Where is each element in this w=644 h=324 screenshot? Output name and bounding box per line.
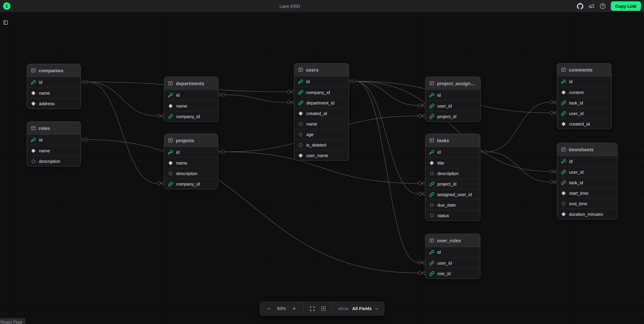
field-row-tasks-project_id[interactable]: project_id (426, 179, 480, 189)
field-row-project_assignments-id[interactable]: id (426, 90, 480, 100)
primary-key-icon (561, 159, 566, 164)
erd-canvas[interactable]: companiesidnameaddressrolesidnamedescrip… (0, 0, 644, 324)
field-name: age (306, 132, 314, 137)
megaphone-icon[interactable] (588, 3, 594, 9)
table-header[interactable]: user_roles (426, 234, 480, 247)
table-users[interactable]: usersidcompany_iddepartment_idcreated_at… (294, 63, 349, 161)
liam-logo-icon[interactable] (3, 2, 10, 10)
field-row-timesheets-end_time[interactable]: end_time (557, 198, 617, 209)
table-comments[interactable]: commentsidcontenttask_iduser_idcreated_a… (557, 63, 612, 129)
nullable-diamond-icon (298, 121, 303, 126)
sidebar-toggle-icon[interactable] (2, 19, 9, 26)
github-icon[interactable] (577, 3, 583, 9)
foreign-key-link-icon (298, 100, 303, 105)
zoom-out-button[interactable]: − (265, 305, 272, 312)
field-row-project_assignments-user_id[interactable]: user_id (426, 100, 480, 111)
table-header[interactable]: users (294, 63, 348, 76)
table-header[interactable]: departments (164, 77, 218, 90)
table-header[interactable]: tasks (426, 134, 480, 147)
tidy-up-grid-icon[interactable] (320, 305, 327, 312)
table-timesheets[interactable]: timesheetsiduser_idtask_idstart_timeend_… (557, 143, 618, 220)
field-row-users-company_id[interactable]: company_id (294, 87, 348, 97)
primary-key-icon (429, 150, 434, 155)
cardinality-many-marker-project_assignments.project_id (418, 114, 425, 118)
field-row-tasks-id[interactable]: id (426, 147, 480, 157)
field-row-users-name[interactable]: name (294, 118, 348, 129)
field-row-roles-description[interactable]: description (27, 156, 81, 166)
fields-filter-select[interactable]: All Fields (352, 306, 379, 311)
foreign-key-link-icon (561, 170, 566, 175)
field-row-projects-company_id[interactable]: company_id (164, 179, 218, 189)
table-roles[interactable]: rolesidnamedescription (27, 121, 81, 167)
field-row-comments-created_at[interactable]: created_at (557, 118, 611, 129)
field-row-companies-name[interactable]: name (27, 88, 81, 98)
field-row-companies-address[interactable]: address (27, 98, 81, 109)
nullable-diamond-icon (429, 171, 434, 176)
table-tasks[interactable]: tasksidtitledescriptionproject_idassigne… (425, 134, 480, 221)
field-row-tasks-due_date[interactable]: due_date (426, 200, 480, 210)
nullable-diamond-icon (168, 171, 173, 176)
field-row-projects-id[interactable]: id (164, 147, 218, 157)
table-icon (429, 238, 434, 243)
field-row-timesheets-start_time[interactable]: start_time (557, 188, 617, 198)
table-companies[interactable]: companiesidnameaddress (27, 64, 81, 109)
field-row-roles-id[interactable]: id (27, 135, 81, 145)
field-row-users-is_deleted[interactable]: is_deleted (294, 139, 348, 150)
field-row-timesheets-duration_minutes[interactable]: duration_minutes (557, 209, 617, 219)
field-row-tasks-status[interactable]: status (426, 210, 480, 221)
field-row-comments-task_id[interactable]: task_id (557, 97, 611, 108)
cardinality-many-marker-project_assignments.user_id (418, 103, 425, 108)
table-icon (561, 67, 566, 72)
field-row-roles-name[interactable]: name (27, 145, 81, 156)
field-row-timesheets-user_id[interactable]: user_id (557, 167, 617, 177)
foreign-key-link-icon (429, 192, 434, 197)
field-name: company_id (176, 181, 200, 187)
react-flow-attribution[interactable]: React Flow (0, 318, 26, 324)
field-row-user_roles-id[interactable]: id (426, 247, 480, 257)
fit-view-icon[interactable] (308, 305, 316, 312)
table-project_assignments[interactable]: project_assignmentsiduser_idproject_id (425, 77, 481, 122)
field-row-timesheets-task_id[interactable]: task_id (557, 177, 617, 188)
table-user_roles[interactable]: user_rolesiduser_idrole_id (425, 234, 480, 279)
edge-tasks.id-comments.task_id (480, 100, 557, 154)
field-row-comments-id[interactable]: id (557, 76, 611, 87)
field-row-users-department_id[interactable]: department_id (294, 97, 348, 108)
table-header[interactable]: companies (27, 64, 81, 77)
table-header[interactable]: projects (164, 134, 218, 147)
copy-link-button[interactable]: Copy Link (611, 1, 641, 11)
field-row-comments-content[interactable]: content (557, 87, 611, 97)
zoom-in-button[interactable]: + (290, 305, 298, 312)
cardinality-many-marker-users.department_id (287, 100, 294, 104)
field-row-tasks-title[interactable]: title (426, 157, 480, 168)
cardinality-one-marker-tasks.id (480, 150, 487, 154)
field-row-comments-user_id[interactable]: user_id (557, 108, 611, 118)
table-header[interactable]: roles (27, 122, 81, 135)
canvas-toolbar: − 93% + show All Fields (260, 302, 384, 315)
field-row-projects-name[interactable]: name (164, 157, 218, 168)
field-row-users-user_name[interactable]: user_name (294, 150, 348, 160)
field-row-users-created_at[interactable]: created_at (294, 108, 348, 118)
table-header[interactable]: comments (557, 63, 611, 76)
field-row-user_roles-role_id[interactable]: role_id (426, 268, 480, 278)
header-actions: Copy Link (577, 1, 641, 11)
field-row-user_roles-user_id[interactable]: user_id (426, 257, 480, 268)
foreign-key-link-icon (168, 181, 173, 187)
field-row-tasks-description[interactable]: description (426, 168, 480, 179)
field-row-users-age[interactable]: age (294, 129, 348, 139)
field-row-departments-company_id[interactable]: company_id (164, 111, 218, 121)
field-row-companies-id[interactable]: id (27, 77, 81, 88)
help-icon[interactable] (600, 3, 606, 9)
table-header[interactable]: project_assignments (426, 77, 480, 90)
field-row-project_assignments-project_id[interactable]: project_id (426, 111, 480, 121)
field-row-departments-id[interactable]: id (164, 90, 218, 100)
field-row-users-id[interactable]: id (294, 76, 348, 87)
field-row-tasks-assigned_user_id[interactable]: assigned_user_id (426, 189, 480, 200)
field-row-departments-name[interactable]: name (164, 100, 218, 111)
field-row-timesheets-id[interactable]: id (557, 156, 617, 167)
table-departments[interactable]: departmentsidnamecompany_id (164, 77, 218, 122)
top-app-bar: Liam ERD Copy Link (0, 0, 644, 12)
table-header[interactable]: timesheets (557, 143, 617, 156)
field-row-projects-description[interactable]: description (164, 168, 218, 179)
table-icon (168, 138, 173, 143)
table-projects[interactable]: projectsidnamedescriptioncompany_id (164, 134, 218, 189)
